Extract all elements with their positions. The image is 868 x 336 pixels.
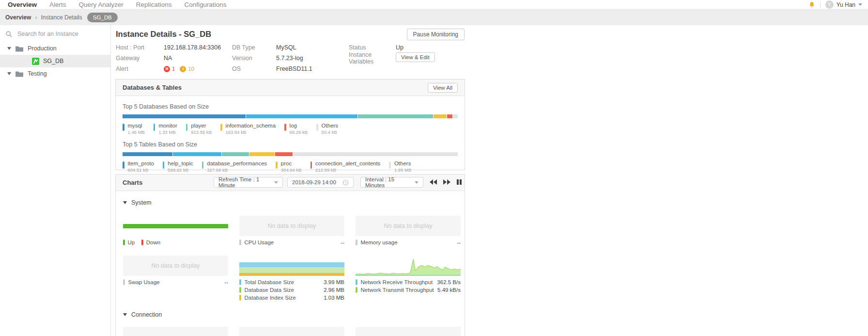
legend-network-transmit-throughput: Network Transmit Throughput5.49 kB/s <box>356 286 461 294</box>
chevron-down-icon <box>274 181 278 184</box>
tree-item-sg-db[interactable]: SG_DB <box>0 55 110 67</box>
legend-label: Memory usage <box>361 240 398 245</box>
datetime-picker[interactable]: 2018-09-29 14:00 <box>287 177 354 188</box>
info-value-db-type: MySQL <box>276 44 349 51</box>
tree-item-label: SG_DB <box>43 58 63 64</box>
legend-row-inline: UpDown <box>123 239 228 246</box>
info-label-alert: Alert <box>116 65 164 72</box>
user-menu[interactable]: Y Yu Han <box>825 0 862 9</box>
legend-marker-icon <box>239 295 241 301</box>
legend-size: 163.84 kB <box>226 129 276 135</box>
pause-monitoring-button[interactable]: Pause Monitoring <box>407 29 465 40</box>
chart-cpu-usage: No data to display <box>239 216 344 236</box>
legend-name: mysql <box>128 123 145 129</box>
legend-database-data-size: Database Data Size2.96 MB <box>239 286 344 294</box>
card-legend-database-size: Total Database Size3.99 MBDatabase Data … <box>239 278 344 302</box>
critical-icon: ✕ <box>164 66 170 72</box>
rewind-button[interactable] <box>430 179 437 185</box>
legend-memory-usage: Memory usage-- <box>356 239 461 246</box>
table-legend-item-proto: item_proto604.51 kB <box>123 160 154 173</box>
playback-pause-button[interactable] <box>457 179 462 185</box>
charts-body: System UpDownNo data to displayCPU Usage… <box>116 191 465 336</box>
legend-label: CPU Usage <box>245 240 274 245</box>
chart-placeholder-box <box>239 327 344 336</box>
info-label-gateway: Gateway <box>116 55 164 62</box>
connection-chart-placeholder-2 <box>239 327 344 336</box>
view-all-button[interactable]: View All <box>428 83 458 93</box>
legend-label: Database Data Size <box>245 287 294 293</box>
refresh-time-dropdown[interactable]: Refresh Time : 1 Minute <box>214 177 283 188</box>
tree-group-label: Production <box>28 45 57 52</box>
legend-name: connection_alert_contents <box>315 160 380 167</box>
info-value-status: Up <box>396 44 466 51</box>
legend-name: monitor <box>158 123 177 129</box>
table-legend-others: Others1.95 MB <box>389 160 411 173</box>
legend-label: Up <box>128 240 135 245</box>
legend-marker-icon <box>239 279 241 285</box>
legend-marker-icon <box>356 240 357 245</box>
legend-size: 327.68 kB <box>207 167 267 173</box>
table-legend-database-performances: database_performances327.68 kB <box>202 160 267 173</box>
breadcrumb-instance-details[interactable]: Instance Details <box>41 14 82 21</box>
alert-badge-critical[interactable]: ✕1 <box>164 66 175 72</box>
view-edit-button[interactable]: View & Edit <box>396 52 435 62</box>
legend-down: Down <box>141 240 160 245</box>
nav-item-query-analyzer[interactable]: Query Analyzer <box>79 0 124 9</box>
breadcrumb-overview[interactable]: Overview <box>5 14 31 21</box>
playback-controls <box>430 179 462 185</box>
nav-item-replications[interactable]: Replications <box>136 0 172 9</box>
legend-size: 212.99 kB <box>315 167 380 173</box>
fast-forward-button[interactable] <box>443 179 450 185</box>
db-legend-player: player913.55 kB <box>186 123 212 135</box>
tree-group-testing[interactable]: Testing <box>0 67 110 80</box>
nav-item-alerts[interactable]: Alerts <box>49 0 66 9</box>
db-size-band <box>239 267 344 273</box>
db-segment-information-schema <box>434 114 447 118</box>
breadcrumb: Overview › Instance Details SG_DB <box>0 10 868 25</box>
top-databases-legend: mysql1.46 MBmonitor1.33 MBplayer913.55 k… <box>123 123 458 135</box>
no-data-label: No data to display <box>356 216 461 236</box>
warning-icon: ! <box>180 66 186 72</box>
legend-text: help_topic589.82 kB <box>168 160 193 173</box>
legend-label: Network Transmit Throughput <box>361 287 434 293</box>
db-size-band <box>239 262 344 267</box>
legend-size: 1.46 MB <box>128 129 145 135</box>
top-nav: OverviewAlertsQuery AnalyzerReplications… <box>0 0 868 10</box>
notifications-bell-icon[interactable] <box>808 1 815 8</box>
nav-item-overview[interactable]: Overview <box>8 0 37 9</box>
legend-value: -- <box>457 240 461 245</box>
table-segment-connection-alert-contents <box>275 152 293 156</box>
table-legend-help-topic: help_topic589.82 kB <box>163 160 193 173</box>
info-value-os: FreeBSD11.1 <box>276 65 349 72</box>
alert-badge-warning[interactable]: !10 <box>180 66 194 72</box>
legend-value: -- <box>224 279 228 285</box>
legend-marker-icon <box>186 124 188 131</box>
legend-label: Swap Usage <box>128 279 160 285</box>
nav-item-configurations[interactable]: Configurations <box>184 0 226 9</box>
connection-chart-placeholder-3 <box>356 327 461 336</box>
legend-marker-icon <box>123 124 124 131</box>
legend-value: 362.5 B/s <box>437 279 461 285</box>
chart-network-throughput <box>356 256 461 276</box>
legend-marker-icon <box>239 287 241 293</box>
legend-value: 1.03 MB <box>324 295 344 301</box>
info-value-version: 5.7.23-log <box>276 55 349 62</box>
tree-group-production[interactable]: Production <box>0 42 110 55</box>
legend-size: 304.64 kB <box>281 167 302 173</box>
instance-sidebar: ProductionSG_DBTesting <box>0 25 111 336</box>
section-toggle-system[interactable]: System <box>123 199 152 206</box>
legend-up: Up <box>123 240 135 245</box>
interval-dropdown[interactable]: Interval : 15 Minutes <box>360 177 423 188</box>
nav-right: Y Yu Han <box>808 0 862 9</box>
legend-size: 604.51 kB <box>128 167 154 173</box>
chevron-down-icon <box>858 3 862 6</box>
search-input[interactable] <box>16 30 101 38</box>
db-legend-others: Others50.4 kB <box>316 123 338 135</box>
legend-marker-icon <box>202 161 204 169</box>
legend-marker-icon <box>284 124 286 131</box>
section-toggle-connection[interactable]: Connection <box>123 311 162 318</box>
db-segment-others <box>453 114 458 118</box>
legend-text: player913.55 kB <box>191 123 212 135</box>
databases-tables-panel: Databases & Tables View All Top 5 Databa… <box>115 79 465 170</box>
charts-panel: Charts Refresh Time : 1 Minute 2018-09-2… <box>115 174 465 336</box>
